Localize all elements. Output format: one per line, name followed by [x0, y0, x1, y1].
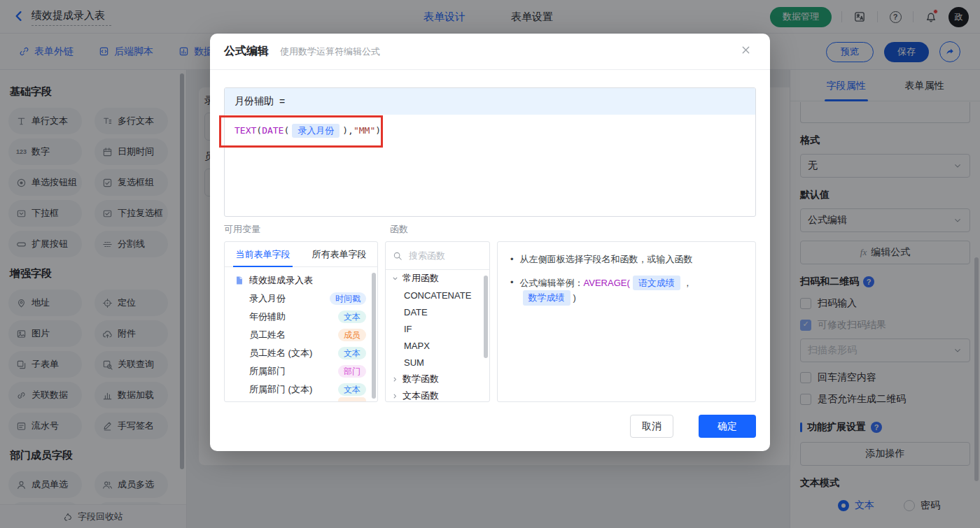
variables-tabs: 当前表单字段 所有表单字段: [225, 242, 377, 267]
variable-name: 年份辅助: [249, 311, 286, 323]
function-item[interactable]: IF: [386, 320, 489, 337]
formula-token: TEXT: [234, 125, 256, 136]
function-item[interactable]: SUM: [386, 354, 489, 371]
caret-icon: [391, 392, 399, 400]
functions-tree: 常用函数CONCATENATEDATEIFMAPXSUM数学函数文本函数: [386, 270, 489, 402]
function-item[interactable]: CONCATENATE: [386, 287, 489, 304]
function-search: [386, 242, 489, 270]
variables-label: 可用变量: [224, 223, 260, 236]
functions-scrollbar[interactable]: [484, 276, 488, 358]
caret-icon: [391, 376, 399, 383]
variable-row[interactable]: 年份辅助文本: [225, 308, 377, 326]
formula-equals: =: [279, 96, 285, 107]
formula-token: DATE: [262, 125, 284, 136]
cancel-button[interactable]: 取消: [630, 415, 673, 438]
variable-type-tag: 文本: [338, 383, 366, 396]
variable-row[interactable]: 录入月份时间戳: [225, 290, 377, 308]
variable-row[interactable]: 员工姓名 (文本)文本: [225, 344, 377, 362]
document-icon: [234, 276, 244, 285]
variable-row[interactable]: 所属部门部门: [225, 362, 377, 380]
variable-name: 所属部门: [249, 365, 286, 378]
variables-panel: 当前表单字段 所有表单字段 绩效提成录入表 录入月份时间戳年份辅助文本员工姓名成…: [224, 241, 378, 402]
variable-type-tag: 成员: [338, 329, 366, 341]
function-item[interactable]: DATE: [386, 304, 489, 320]
modal-header: 公式编辑 使用数学运算符编辑公式: [210, 34, 770, 70]
variable-name: 录入月份: [249, 292, 286, 305]
field-chip: 数学成绩: [523, 290, 570, 306]
formula-target-name: 月份辅助: [234, 95, 274, 108]
formula-token: ),: [342, 125, 354, 136]
variable-type-tag: 时间戳: [330, 292, 366, 305]
formula-input-area[interactable]: TEXT(DATE(录入月份),"MM"): [225, 115, 755, 147]
function-item[interactable]: MAPX: [386, 337, 489, 354]
variable-row[interactable]: 员工姓名成员: [225, 326, 377, 344]
variables-rows: 录入月份时间戳年份辅助文本员工姓名成员员工姓名 (文本)文本所属部门部门所属部门…: [225, 290, 377, 399]
tab-current-form-fields[interactable]: 当前表单字段: [225, 242, 301, 266]
variable-type-tag: 文本: [338, 347, 366, 359]
variable-type-tag: 部门: [338, 365, 366, 378]
function-group[interactable]: 文本函数: [386, 387, 489, 402]
variables-root-node[interactable]: 绩效提成录入表: [225, 271, 377, 290]
field-chip[interactable]: 录入月份: [292, 124, 340, 138]
close-icon[interactable]: [741, 45, 755, 59]
variable-name: 所属部门 (文本): [249, 383, 312, 396]
function-group[interactable]: 常用函数: [386, 270, 489, 287]
formula-target-bar: 月份辅助 =: [225, 88, 755, 115]
variables-scrollbar[interactable]: [372, 273, 376, 399]
variable-name: 员工姓名 (文本): [249, 347, 312, 359]
formula-token: "MM": [354, 125, 375, 136]
modal-subtitle: 使用数学运算符编辑公式: [280, 45, 380, 58]
formula-edit-modal: 公式编辑 使用数学运算符编辑公式 月份辅助 = TEXT(DATE(录入月份),…: [210, 34, 770, 451]
functions-label: 函数: [390, 223, 408, 236]
modal-title: 公式编辑: [224, 44, 269, 59]
partial-tag: [338, 397, 366, 402]
function-group[interactable]: 数学函数: [386, 371, 489, 387]
field-chip: 语文成绩: [633, 276, 680, 291]
formula-editor: 月份辅助 = TEXT(DATE(录入月份),"MM"): [224, 87, 756, 217]
function-group-label: 文本函数: [402, 390, 439, 402]
formula-token: (: [284, 125, 289, 136]
function-group-label: 数学函数: [402, 373, 439, 385]
hints-panel: • 从左侧面板选择字段名和函数，或输入函数 • 公式编辑举例：AVERAGE(语…: [497, 241, 756, 402]
modal-footer: 取消 确定: [630, 415, 756, 438]
variable-type-tag: 文本: [338, 311, 366, 323]
formula-token: ): [375, 125, 381, 136]
variables-tree: 绩效提成录入表 录入月份时间戳年份辅助文本员工姓名成员员工姓名 (文本)文本所属…: [225, 267, 377, 399]
formula-token: (: [256, 125, 262, 136]
hint-line-2: • 公式编辑举例：AVERAGE(语文成绩，数学成绩): [510, 276, 743, 306]
tab-all-form-fields[interactable]: 所有表单字段: [301, 242, 377, 266]
variable-row[interactable]: 所属部门 (文本)文本: [225, 380, 377, 399]
confirm-button[interactable]: 确定: [699, 415, 756, 438]
search-icon: [393, 251, 402, 261]
caret-icon: [391, 275, 399, 283]
function-group-label: 常用函数: [402, 272, 439, 285]
functions-panel: 常用函数CONCATENATEDATEIFMAPXSUM数学函数文本函数: [385, 241, 490, 402]
function-search-input[interactable]: [407, 250, 482, 262]
hint-line-1: • 从左侧面板选择字段名和函数，或输入函数: [510, 252, 743, 266]
variable-name: 员工姓名: [249, 329, 286, 341]
hint-example: 公式编辑举例：AVERAGE(语文成绩，数学成绩): [520, 276, 743, 306]
app-root: 绩效提成录入表 表单设计 表单设置 数据管理 ? 政 表单外链后端脚本数据权限 …: [0, 0, 980, 528]
